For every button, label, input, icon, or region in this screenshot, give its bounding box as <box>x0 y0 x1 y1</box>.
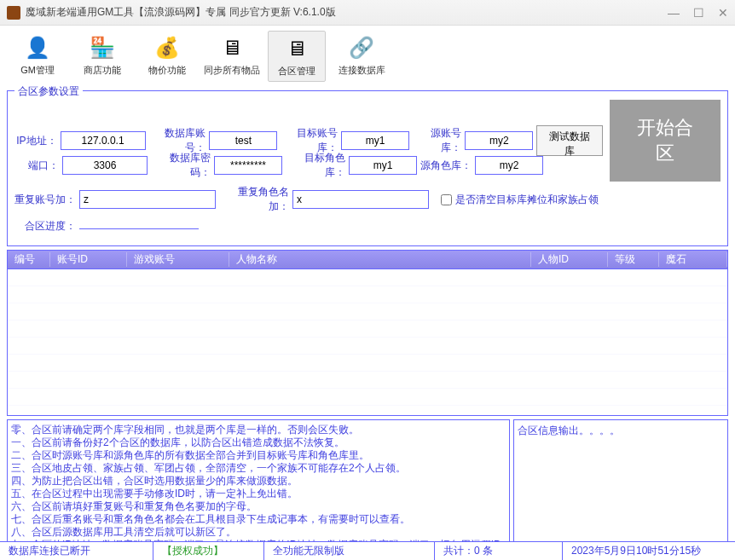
tb-price[interactable]: 💰物价功能 <box>138 31 196 82</box>
src-acc-label: 源账号库： <box>413 126 461 155</box>
ip-label: IP地址： <box>14 134 57 148</box>
toolbar: 👤GM管理 🏪商店功能 💰物价功能 🖥同步所有物品 🖥合区管理 🔗连接数据库 <box>0 26 735 87</box>
statusbar: 数据库连接已断开 【授权成功】 全功能无限制版 共计：0 条 2023年5月9日… <box>0 541 735 560</box>
info-text: 合区信息输出。。。。 <box>518 424 620 436</box>
clear-checkbox-label[interactable]: 是否清空目标库摊位和家族占领 <box>441 193 599 207</box>
tb-gm[interactable]: 👤GM管理 <box>9 31 67 82</box>
status-count: 共计：0 条 <box>435 542 563 560</box>
tb-label: 合区管理 <box>278 65 315 78</box>
test-db-button[interactable]: 测试数据库 <box>536 125 603 156</box>
clear-checkbox[interactable] <box>441 194 452 205</box>
count-label: 共计： <box>443 544 474 558</box>
col-accid[interactable]: 账号ID <box>50 252 127 267</box>
sync-icon: 🖥 <box>218 34 246 61</box>
status-ver: 全功能无限制版 <box>264 542 435 560</box>
info-pane[interactable]: 合区信息输出。。。。 <box>513 419 728 556</box>
status-db: 数据库连接已断开 <box>0 542 153 560</box>
src-role-input[interactable] <box>475 156 543 175</box>
dbpass-label: 数据库密码： <box>151 151 211 180</box>
col-stone[interactable]: 魔石 <box>659 252 727 267</box>
db-icon: 🔗 <box>348 34 375 61</box>
merge-params-fieldset: 合区参数设置 IP地址： 数据库账号： 目标账号库： 源账号库： 测试数据库 开… <box>7 90 728 246</box>
tb-db[interactable]: 🔗连接数据库 <box>333 31 391 82</box>
col-account[interactable]: 游戏账号 <box>127 252 229 267</box>
tb-label: GM管理 <box>20 64 55 77</box>
shop-icon: 🏪 <box>89 34 116 61</box>
titlebar: 魔域新老端通用GM工具【流浪源码网】专属 同步官方更新 V:6.1.0版 — ☐… <box>0 0 735 26</box>
tb-label: 连接数据库 <box>339 64 385 77</box>
col-level[interactable]: 等级 <box>608 252 659 267</box>
progress-bar <box>79 224 199 229</box>
app-icon <box>7 6 20 20</box>
help-text: 零、合区前请确定两个库字段相同，也就是两个库是一样的。否则会区失败。 一、合区前… <box>11 424 506 556</box>
window-controls: — ☐ ✕ <box>668 6 728 20</box>
dbuser-input[interactable] <box>209 131 277 150</box>
tb-label: 同步所有物品 <box>204 64 260 77</box>
port-input[interactable] <box>62 156 148 175</box>
bottom-panes: 零、合区前请确定两个库字段相同，也就是两个库是一样的。否则会区失败。 一、合区前… <box>7 419 728 556</box>
maximize-icon[interactable]: ☐ <box>693 6 704 20</box>
tb-shop[interactable]: 🏪商店功能 <box>73 31 131 82</box>
clear-checkbox-text: 是否清空目标库摊位和家族占领 <box>455 193 599 207</box>
grid-body <box>8 269 727 416</box>
tb-merge[interactable]: 🖥合区管理 <box>268 31 326 82</box>
minimize-icon[interactable]: — <box>668 6 680 20</box>
merge-icon: 🖥 <box>283 35 310 62</box>
tb-label: 物价功能 <box>148 64 186 77</box>
close-icon[interactable]: ✕ <box>718 6 728 20</box>
tb-sync[interactable]: 🖥同步所有物品 <box>203 31 261 82</box>
tgt-acc-input[interactable] <box>341 131 409 150</box>
col-charname[interactable]: 人物名称 <box>229 252 531 267</box>
port-label: 端口： <box>14 159 59 173</box>
src-role-label: 源角色库： <box>420 159 472 173</box>
ip-input[interactable] <box>61 131 146 150</box>
dup-acc-input[interactable] <box>79 190 216 209</box>
tb-label: 商店功能 <box>84 64 121 77</box>
status-auth: 【授权成功】 <box>153 542 264 560</box>
window-title: 魔域新老端通用GM工具【流浪源码网】专属 同步官方更新 V:6.1.0版 <box>26 5 668 20</box>
price-icon: 💰 <box>153 34 181 61</box>
status-time: 2023年5月9日10时51分15秒 <box>563 542 735 560</box>
col-index[interactable]: 编号 <box>8 252 50 267</box>
dup-role-label: 重复角色名加： <box>219 185 289 214</box>
user-icon: 👤 <box>24 34 51 61</box>
col-charid[interactable]: 人物ID <box>531 252 608 267</box>
start-merge-button[interactable]: 开始合区 <box>610 100 721 182</box>
result-grid[interactable]: 编号 账号ID 游戏账号 人物名称 人物ID 等级 魔石 <box>7 250 728 416</box>
help-pane[interactable]: 零、合区前请确定两个库字段相同，也就是两个库是一样的。否则会区失败。 一、合区前… <box>7 419 510 556</box>
fieldset-legend: 合区参数设置 <box>14 84 83 99</box>
dup-acc-label: 重复账号加： <box>14 193 76 207</box>
count-value: 0 条 <box>474 544 493 558</box>
dbpass-input[interactable] <box>214 156 282 175</box>
src-acc-input[interactable] <box>465 131 533 150</box>
tgt-role-label: 目标角色库： <box>286 151 345 180</box>
dup-role-input[interactable] <box>292 190 429 209</box>
tgt-role-input[interactable] <box>349 156 417 175</box>
grid-header: 编号 账号ID 游戏账号 人物名称 人物ID 等级 魔石 <box>8 251 727 269</box>
progress-label: 合区进度： <box>14 219 76 234</box>
